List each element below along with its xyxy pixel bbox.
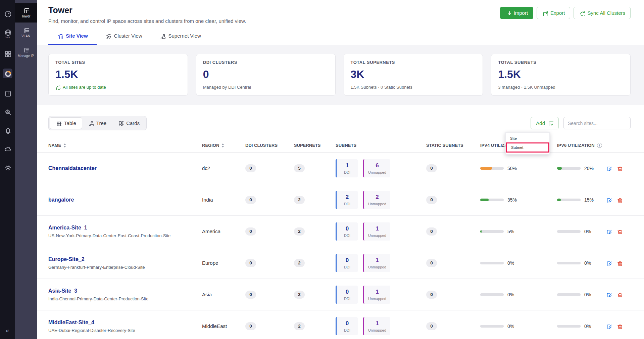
table-header-row: NAME REGION DDI CLUSTERS SUPERNETS SUBNE… (37, 138, 644, 153)
ipv6-utilization-bar (557, 293, 581, 296)
toolbar-right: Add Site Subnet (531, 117, 631, 129)
edit-site-button[interactable] (606, 165, 611, 171)
import-button[interactable]: Import (500, 7, 534, 19)
subnav-item-vlan[interactable]: VLAN (15, 23, 37, 42)
site-name-link[interactable]: Europe-Site_2 (48, 256, 202, 262)
site-description: Germany-Frankfurt-Primary-Enterprise-Clo… (48, 265, 202, 270)
subnet-unmapped-box: 1 Unmapped (363, 286, 390, 304)
site-description: India-Chennai-Primary-Data-Center-Produc… (48, 296, 202, 301)
subnets-cell: 0 DDI 1 Unmapped (336, 254, 426, 272)
subnet-ddi-label: DDI (344, 202, 350, 206)
subnet-ddi-box: 2 DDI (336, 191, 358, 209)
static-subnets-badge: 0 (426, 291, 437, 299)
edit-site-button[interactable] (606, 228, 611, 234)
delete-site-button[interactable] (616, 228, 622, 234)
stat-label: TOTAL SUBNETS (498, 60, 624, 65)
ipv6-bar-fill (557, 167, 562, 170)
delete-site-button[interactable] (616, 165, 622, 171)
dns-label: DNS (5, 36, 10, 39)
table-row[interactable]: MiddleEast-Site_4 UAE-Dubai-Regional-Dis… (37, 310, 644, 339)
user-search-icon[interactable] (4, 108, 11, 115)
column-label: NAME (48, 143, 61, 148)
column-header-name[interactable]: NAME (48, 143, 202, 148)
trash-icon (616, 197, 622, 203)
subnet-ddi-count: 2 (346, 194, 349, 201)
site-name-link[interactable]: America-Site_1 (48, 225, 202, 231)
server-alert-icon-glyph (4, 90, 11, 97)
table-row[interactable]: Chennaidatacenter dc2 0 5 1 DDI 6 Unmapp… (37, 153, 644, 184)
tab-cluster-view[interactable]: Cluster View (97, 28, 151, 45)
delete-site-button[interactable] (616, 260, 622, 266)
column-header-region[interactable]: REGION (202, 143, 245, 148)
stat-card-total-sites: TOTAL SITES 1.5K All sites are up to dat… (48, 54, 188, 96)
subnet-unmapped-count: 1 (376, 289, 379, 295)
ddi-clusters-cell: 0 (245, 291, 294, 299)
region-cell: India (202, 197, 245, 203)
site-name-link[interactable]: bangalore (48, 197, 202, 203)
subnav-item-tower[interactable]: Tower (15, 3, 37, 23)
subnav-item-manage-ip[interactable]: Manage IP (15, 42, 37, 62)
site-name-link[interactable]: Chennaidatacenter (48, 165, 202, 171)
view-mode-table[interactable]: Table (50, 117, 82, 129)
table-row[interactable]: bangalore India 0 2 2 DDI 2 Unmapped 0 3… (37, 184, 644, 216)
gauge-icon[interactable] (4, 10, 11, 17)
supernets-badge: 2 (294, 259, 305, 267)
supernets-cell: 2 (294, 227, 336, 236)
export-button[interactable]: Export (537, 7, 570, 19)
ddi-clusters-badge: 0 (245, 322, 256, 330)
page-subtitle: Find, monitor, and control IP space acro… (48, 18, 246, 24)
region-cell: Asia (202, 292, 245, 297)
search-input[interactable] (563, 117, 631, 129)
tab-label: Site View (66, 33, 88, 39)
static-subnets-badge: 0 (426, 227, 437, 236)
apps-grid-icon[interactable] (4, 50, 11, 57)
ddi-clusters-cell: 0 (245, 196, 294, 204)
cloud-icon[interactable] (4, 145, 11, 152)
server-alert-icon[interactable] (4, 90, 11, 97)
supernets-badge: 2 (294, 291, 305, 299)
edit-site-button[interactable] (606, 197, 611, 203)
tab-site-view[interactable]: Site View (48, 28, 97, 45)
manage-ip-list-icon (23, 47, 29, 52)
add-menu-item-site[interactable]: Site (506, 134, 549, 142)
table-grid-icon (56, 120, 61, 126)
site-name-link[interactable]: Asia-Site_3 (48, 288, 202, 294)
subnet-unmapped-label: Unmapped (368, 265, 386, 269)
trash-icon (616, 165, 622, 171)
bell-icon[interactable] (4, 127, 11, 134)
site-name-link[interactable]: MiddleEast-Site_4 (48, 320, 202, 326)
edit-site-button[interactable] (606, 260, 611, 266)
edit-site-button[interactable] (606, 292, 611, 297)
dns-globe-icon[interactable]: DNS (4, 29, 11, 39)
subnet-ddi-count: 0 (346, 257, 349, 264)
subnet-unmapped-count: 1 (376, 320, 379, 327)
ipv6-utilization-bar (557, 199, 581, 201)
sync-all-clusters-button[interactable]: Sync All Clusters (574, 7, 631, 19)
app-root: DNS Tower VLAN (0, 0, 644, 339)
view-mode-cards[interactable]: Cards (112, 117, 145, 129)
name-cell: Asia-Site_3 India-Chennai-Primary-Data-C… (48, 288, 202, 301)
ipv4-utilization-cell: 0% (480, 292, 557, 297)
ddi-clusters-badge: 0 (245, 164, 256, 172)
sync-button-label: Sync All Clusters (587, 10, 625, 16)
subnet-unmapped-box: 6 Unmapped (363, 159, 390, 177)
delete-site-button[interactable] (616, 323, 622, 329)
delete-site-button[interactable] (616, 292, 622, 297)
stat-foot: 1.5K Subnets · 0 Static Subnets (351, 85, 476, 90)
tab-supernet-view[interactable]: Supernet View (151, 28, 210, 45)
donut-chart-icon[interactable] (3, 69, 12, 78)
layers-icon (105, 33, 111, 39)
ipv4-utilization-bar (480, 199, 504, 201)
table-row[interactable]: Europe-Site_2 Germany-Frankfurt-Primary-… (37, 247, 644, 279)
ipv4-utilization-percent: 0% (507, 324, 520, 329)
edit-site-button[interactable] (606, 323, 611, 329)
collapse-sidebar-button[interactable] (0, 327, 15, 334)
gear-icon[interactable] (4, 164, 11, 171)
table-row[interactable]: America-Site_1 US-New-York-Primary-Data-… (37, 216, 644, 247)
add-menu-item-subnet[interactable]: Subnet (506, 142, 549, 153)
subnet-ddi-label: DDI (344, 234, 350, 238)
view-mode-tree[interactable]: Tree (82, 117, 112, 129)
add-button[interactable]: Add (531, 117, 559, 129)
delete-site-button[interactable] (616, 197, 622, 203)
table-row[interactable]: Asia-Site_3 India-Chennai-Primary-Data-C… (37, 279, 644, 310)
